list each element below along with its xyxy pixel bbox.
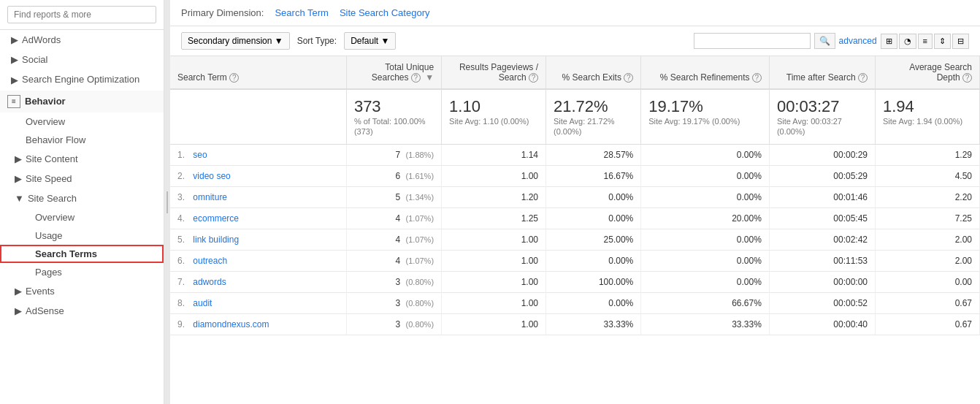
resize-handle[interactable] — [164, 0, 170, 404]
sidebar-item-site-search[interactable]: ▼ Site Search — [0, 188, 164, 208]
sidebar-label: Search Terms — [35, 248, 97, 259]
cell-refinements: 0.00% — [641, 251, 770, 272]
row-number: 9. — [177, 319, 185, 329]
help-icon[interactable]: ? — [529, 73, 538, 83]
row-number: 5. — [177, 235, 185, 245]
term-link[interactable]: outreach — [193, 256, 227, 266]
search-input[interactable] — [7, 6, 156, 23]
sidebar-label: Overview — [26, 116, 65, 127]
cell-time: 00:01:46 — [769, 187, 875, 208]
term-link[interactable]: ecommerce — [193, 213, 239, 224]
term-link[interactable]: omniture — [193, 192, 227, 202]
term-link[interactable]: diamondnexus.com — [193, 319, 269, 329]
search-icon: 🔍 — [819, 36, 830, 46]
term-link[interactable]: seo — [193, 150, 207, 160]
behavior-icon: ≡ — [7, 95, 20, 108]
summary-total-unique: 373 % of Total: 100.00%(373) — [346, 89, 441, 145]
term-link[interactable]: link building — [193, 235, 239, 245]
term-link[interactable]: audit — [193, 298, 212, 308]
arrow-down-icon: ▼ — [15, 193, 24, 204]
pivot-view-button[interactable]: ⊟ — [952, 34, 969, 49]
cell-exits: 0.00% — [546, 187, 641, 208]
arrow-icon: ▶ — [15, 153, 22, 164]
sidebar-item-seo[interactable]: ▶ Search Engine Optimization — [0, 69, 164, 91]
summary-big-num: 1.10 — [449, 97, 538, 116]
cell-term: 7. adwords — [170, 272, 346, 293]
sidebar-item-site-content[interactable]: ▶ Site Content — [0, 149, 164, 169]
cell-exits: 0.00% — [546, 251, 641, 272]
summary-time: 00:03:27 Site Avg: 00:03:27(0.00%) — [769, 89, 875, 145]
arrow-icon: ▶ — [15, 305, 22, 316]
cell-results-pv: 1.00 — [442, 166, 546, 187]
help-icon[interactable]: ? — [962, 73, 972, 83]
sidebar-item-pages[interactable]: Pages — [0, 263, 164, 281]
secondary-dimension-button[interactable]: Secondary dimension ▼ — [181, 32, 290, 50]
summary-big-num: 00:03:27 — [777, 97, 868, 116]
arrow-icon: ▶ — [15, 286, 22, 297]
help-icon[interactable]: ? — [229, 73, 239, 83]
sidebar-label: AdWords — [22, 34, 61, 45]
site-search-category-link[interactable]: Site Search Category — [340, 7, 430, 18]
summary-exits: 21.72% Site Avg: 21.72%(0.00%) — [546, 89, 641, 145]
pct-text: (1.61%) — [406, 172, 435, 180]
cell-exits: 0.00% — [546, 208, 641, 229]
advanced-link[interactable]: advanced — [839, 36, 877, 46]
summary-big-num: 373 — [354, 97, 434, 116]
sidebar-item-behavior[interactable]: ≡ Behavior — [0, 91, 164, 113]
cell-refinements: 0.00% — [641, 272, 770, 293]
sidebar-item-overview[interactable]: Overview — [0, 113, 164, 131]
cell-time: 00:00:00 — [769, 272, 875, 293]
term-link[interactable]: adwords — [193, 277, 226, 287]
cell-time: 00:00:40 — [769, 314, 875, 335]
sidebar-item-social[interactable]: ▶ Social — [0, 50, 164, 69]
help-icon[interactable]: ? — [752, 73, 762, 83]
sidebar-item-site-speed[interactable]: ▶ Site Speed — [0, 169, 164, 188]
col-label: Search Term — [177, 72, 227, 83]
cell-results-pv: 1.00 — [442, 314, 546, 335]
pct-text: (0.80%) — [406, 278, 435, 286]
cell-refinements: 20.00% — [641, 208, 770, 229]
pie-view-button[interactable]: ◔ — [899, 34, 916, 49]
sort-label: Sort Type: — [297, 36, 337, 46]
sidebar-item-ss-usage[interactable]: Usage — [0, 226, 164, 245]
sidebar-item-adwords[interactable]: ▶ AdWords — [0, 30, 164, 50]
help-icon[interactable]: ? — [411, 73, 421, 83]
help-icon[interactable]: ? — [624, 73, 633, 83]
sort-type-button[interactable]: Default ▼ — [344, 32, 396, 50]
arrow-icon: ▶ — [11, 34, 18, 45]
sidebar-item-behavior-flow[interactable]: Behavior Flow — [0, 131, 164, 149]
summary-sub: % of Total: 100.00%(373) — [354, 117, 426, 136]
cell-refinements: 66.67% — [641, 293, 770, 314]
secondary-dimension-label: Secondary dimension — [188, 36, 272, 46]
search-term-link[interactable]: Search Term — [275, 7, 328, 18]
sidebar-item-ss-overview[interactable]: Overview — [0, 208, 164, 226]
sidebar-item-adsense[interactable]: ▶ AdSense — [0, 301, 164, 321]
bar-view-button[interactable]: ≡ — [918, 34, 933, 49]
cell-depth: 0.00 — [876, 272, 980, 293]
table-search-button[interactable]: 🔍 — [814, 33, 835, 49]
toolbar: Secondary dimension ▼ Sort Type: Default… — [170, 26, 980, 56]
cell-term: 9. diamondnexus.com — [170, 314, 346, 335]
help-icon[interactable]: ? — [858, 73, 868, 83]
table-search-input[interactable] — [694, 33, 811, 49]
cell-results-pv: 1.20 — [442, 187, 546, 208]
pct-text: (1.34%) — [406, 193, 435, 202]
sidebar-label: Social — [22, 54, 47, 65]
cell-exits: 100.00% — [546, 272, 641, 293]
compare-view-button[interactable]: ⇕ — [934, 34, 951, 49]
sidebar-item-search-terms[interactable]: Search Terms — [0, 245, 164, 263]
grid-view-button[interactable]: ⊞ — [881, 34, 897, 49]
arrow-icon: ▶ — [11, 54, 18, 65]
cell-depth: 4.50 — [876, 166, 980, 187]
table-row: 1. seo 7 (1.88%) 1.14 28.57% 0.00% 00:00… — [170, 145, 980, 166]
cell-unique: 4 (1.07%) — [346, 208, 441, 229]
col-search-refinements: % Search Refinements ? — [641, 56, 770, 89]
cell-depth: 2.20 — [876, 187, 980, 208]
cell-unique: 4 (1.07%) — [346, 229, 441, 251]
cell-exits: 28.57% — [546, 145, 641, 166]
table-row: 8. audit 3 (0.80%) 1.00 0.00% 66.67% 00:… — [170, 293, 980, 314]
term-link[interactable]: video seo — [193, 171, 230, 181]
main-content: Primary Dimension: Search Term Site Sear… — [170, 0, 980, 404]
col-search-term: Search Term ? — [170, 56, 346, 89]
sidebar-item-events[interactable]: ▶ Events — [0, 281, 164, 301]
